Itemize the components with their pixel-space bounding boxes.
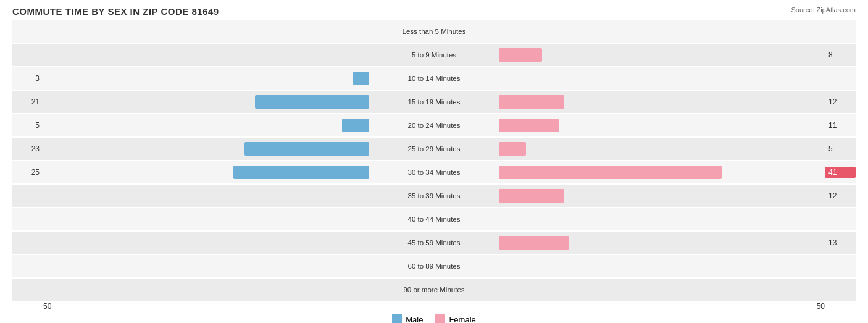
bars-center: 40 to 44 Minutes: [43, 208, 825, 230]
male-side: [43, 255, 434, 277]
male-side: [43, 67, 434, 90]
male-bar: [342, 119, 369, 132]
male-side: [43, 185, 434, 207]
male-value: 21: [12, 98, 43, 106]
female-value: 11: [825, 121, 856, 130]
table-row: 23 25 to 29 Minutes 5: [12, 138, 856, 160]
female-bar: [499, 189, 564, 203]
male-value: 3: [12, 74, 43, 83]
male-side: [43, 91, 434, 113]
table-row: Less than 5 Minutes: [12, 20, 856, 43]
female-bar: [499, 119, 559, 132]
bar-pair: 30 to 34 Minutes: [43, 161, 825, 183]
female-side: [434, 185, 825, 207]
chart-area: Less than 5 Minutes 5 to 9 Minutes 8 3: [12, 20, 856, 301]
bar-pair: 45 to 59 Minutes: [43, 232, 825, 254]
table-row: 25 30 to 34 Minutes 41: [12, 161, 856, 183]
male-value: 25: [12, 168, 43, 177]
axis-right: 50: [817, 302, 825, 311]
bars-center: 35 to 39 Minutes: [43, 185, 825, 207]
bar-pair: 90 or more Minutes: [43, 279, 825, 301]
female-side: [434, 20, 825, 43]
female-value: 41: [825, 167, 856, 178]
table-row: 5 20 to 24 Minutes 11: [12, 114, 856, 136]
bar-pair: 60 to 89 Minutes: [43, 255, 825, 277]
female-bar: [499, 95, 564, 109]
legend-male: Male: [392, 314, 423, 323]
bars-center: Less than 5 Minutes: [43, 20, 825, 43]
male-side: [43, 20, 434, 43]
legend: Male Female: [12, 314, 856, 323]
bar-pair: 15 to 19 Minutes: [43, 91, 825, 113]
female-side: [434, 208, 825, 230]
bar-pair: 20 to 24 Minutes: [43, 114, 825, 136]
male-side: [43, 161, 434, 183]
male-side: [43, 232, 434, 254]
male-bar: [353, 72, 369, 85]
bar-pair: Less than 5 Minutes: [43, 20, 825, 43]
male-side: [43, 114, 434, 136]
female-side: [434, 138, 825, 160]
bars-center: 5 to 9 Minutes: [43, 44, 825, 66]
bars-center: 10 to 14 Minutes: [43, 67, 825, 90]
female-bar: [499, 48, 542, 62]
legend-female: Female: [435, 314, 475, 323]
male-side: [43, 138, 434, 160]
table-row: 90 or more Minutes: [12, 279, 856, 301]
male-side: [43, 279, 434, 301]
female-side: [434, 114, 825, 136]
bars-center: 25 to 29 Minutes: [43, 138, 825, 160]
female-side: [434, 279, 825, 301]
table-row: 60 to 89 Minutes: [12, 255, 856, 277]
male-bar: [255, 95, 369, 109]
bar-pair: 5 to 9 Minutes: [43, 44, 825, 66]
bar-pair: 40 to 44 Minutes: [43, 208, 825, 230]
bars-center: 45 to 59 Minutes: [43, 232, 825, 254]
female-value: 12: [825, 98, 856, 106]
female-side: [434, 161, 825, 183]
female-side: [434, 44, 825, 66]
chart-title: COMMUTE TIME BY SEX IN ZIP CODE 81649: [12, 6, 856, 17]
female-value: 5: [825, 145, 856, 153]
male-side: [43, 44, 434, 66]
female-side: [434, 67, 825, 90]
axis-left: 50: [43, 302, 51, 311]
chart-container: COMMUTE TIME BY SEX IN ZIP CODE 81649 So…: [0, 0, 868, 323]
bar-pair: 25 to 29 Minutes: [43, 138, 825, 160]
bars-center: 90 or more Minutes: [43, 279, 825, 301]
female-bar: [499, 166, 722, 179]
female-side: [434, 255, 825, 277]
table-row: 35 to 39 Minutes 12: [12, 185, 856, 207]
male-legend-box: [392, 314, 402, 323]
bars-center: 15 to 19 Minutes: [43, 91, 825, 113]
female-side: [434, 91, 825, 113]
female-value: 12: [825, 191, 856, 200]
female-bar: [499, 236, 569, 250]
female-value: 8: [825, 51, 856, 59]
female-side: [434, 232, 825, 254]
male-side: [43, 208, 434, 230]
male-value: 23: [12, 145, 43, 153]
bar-pair: 10 to 14 Minutes: [43, 67, 825, 90]
table-row: 40 to 44 Minutes: [12, 208, 856, 230]
table-row: 3 10 to 14 Minutes: [12, 67, 856, 90]
male-bar: [244, 142, 369, 156]
bars-center: 60 to 89 Minutes: [43, 255, 825, 277]
female-legend-label: Female: [449, 315, 475, 324]
male-value: 5: [12, 121, 43, 130]
male-legend-label: Male: [406, 315, 423, 324]
female-legend-box: [435, 314, 445, 323]
male-bar: [233, 166, 369, 179]
bars-center: 30 to 34 Minutes: [43, 161, 825, 183]
bar-pair: 35 to 39 Minutes: [43, 185, 825, 207]
table-row: 21 15 to 19 Minutes 12: [12, 91, 856, 113]
female-bar: [499, 142, 526, 156]
table-row: 45 to 59 Minutes 13: [12, 232, 856, 254]
table-row: 5 to 9 Minutes 8: [12, 44, 856, 66]
axis-labels: 50 50: [12, 302, 856, 311]
source-text: Source: ZipAtlas.com: [791, 6, 856, 14]
female-value: 13: [825, 238, 856, 247]
bars-center: 20 to 24 Minutes: [43, 114, 825, 136]
